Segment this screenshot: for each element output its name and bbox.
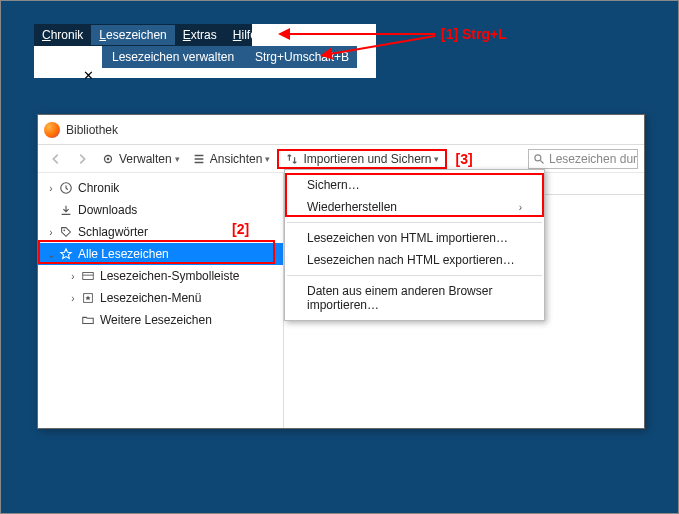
submenu-label: Lesezeichen verwalten	[112, 50, 255, 64]
submenu-manage-bookmarks[interactable]: Lesezeichen verwalten Strg+Umschalt+B	[102, 46, 357, 68]
chevron-right-icon[interactable]: ›	[46, 183, 56, 194]
tag-icon	[58, 224, 74, 240]
import-sichern-button[interactable]: Importieren und Sichern▾	[277, 149, 447, 169]
svg-point-4	[107, 157, 110, 160]
bookmark-menu-icon	[80, 290, 96, 306]
tree-symbolleiste[interactable]: › Lesezeichen-Symbolleiste	[38, 265, 283, 287]
import-dropdown-menu: Sichern… Wiederherstellen› Lesezeichen v…	[284, 169, 545, 321]
ansichten-button[interactable]: Ansichten▾	[187, 150, 276, 168]
menu-hilfe[interactable]: Hilfe	[225, 25, 265, 45]
chevron-down-icon[interactable]: ⌄	[46, 249, 56, 260]
toolbar-icon	[80, 268, 96, 284]
separator	[287, 222, 542, 223]
svg-point-8	[63, 229, 65, 231]
annotation-2: [2]	[232, 221, 249, 237]
list-icon	[192, 152, 206, 166]
tree-chronik[interactable]: › Chronik	[38, 177, 283, 199]
menu-sichern[interactable]: Sichern…	[285, 174, 544, 196]
back-button[interactable]	[44, 150, 68, 168]
gear-icon	[101, 152, 115, 166]
menu-lesezeichen[interactable]: Lesezeichen	[91, 25, 174, 45]
browser-menubar-region: Chronik Lesezeichen Extras Hilfe Lesezei…	[34, 24, 376, 78]
menu-extras[interactable]: Extras	[175, 25, 225, 45]
close-icon[interactable]: ✕	[83, 68, 94, 83]
menu-import-browser[interactable]: Daten aus einem anderen Browser importie…	[285, 280, 544, 316]
import-export-icon	[285, 152, 299, 166]
submenu-shortcut: Strg+Umschalt+B	[255, 50, 357, 64]
library-titlebar: Bibliothek	[38, 115, 644, 145]
svg-rect-9	[83, 273, 94, 280]
library-title: Bibliothek	[66, 123, 118, 137]
chevron-right-icon[interactable]: ›	[46, 227, 56, 238]
verwalten-button[interactable]: Verwalten▾	[96, 150, 185, 168]
svg-point-5	[535, 154, 541, 160]
tree-downloads[interactable]: Downloads	[38, 199, 283, 221]
tree-weitere[interactable]: Weitere Lesezeichen	[38, 309, 283, 331]
download-icon	[58, 202, 74, 218]
forward-button[interactable]	[70, 150, 94, 168]
separator	[287, 275, 542, 276]
firefox-icon	[44, 122, 60, 138]
chevron-right-icon[interactable]: ›	[68, 271, 78, 282]
annotation-1: [1] Strg+L	[441, 26, 507, 42]
menubar: Chronik Lesezeichen Extras Hilfe	[34, 24, 252, 46]
menu-export-html[interactable]: Lesezeichen nach HTML exportieren…	[285, 249, 544, 271]
annotation-3: [3]	[455, 151, 472, 167]
tree-menu[interactable]: › Lesezeichen-Menü	[38, 287, 283, 309]
menu-import-html[interactable]: Lesezeichen von HTML importieren…	[285, 227, 544, 249]
library-sidebar: › Chronik Downloads › Schlagwörter ⌄ All…	[38, 173, 284, 428]
star-icon	[58, 246, 74, 262]
search-input[interactable]: Lesezeichen durchsuchen	[528, 149, 638, 169]
search-icon	[533, 153, 545, 165]
tree-alle-lesezeichen[interactable]: ⌄ Alle Lesezeichen	[38, 243, 283, 265]
clock-icon	[58, 180, 74, 196]
menu-chronik[interactable]: Chronik	[34, 25, 91, 45]
chevron-right-icon: ›	[519, 202, 522, 213]
menu-wiederherstellen[interactable]: Wiederherstellen›	[285, 196, 544, 218]
svg-line-6	[541, 160, 544, 163]
folder-icon	[80, 312, 96, 328]
chevron-right-icon[interactable]: ›	[68, 293, 78, 304]
